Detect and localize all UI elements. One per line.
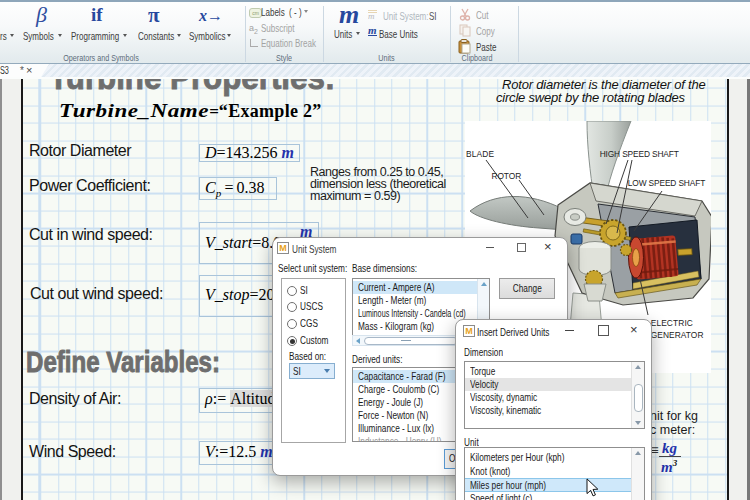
svg-text:ROTOR: ROTOR <box>491 171 521 182</box>
svg-text:LOW SPEED SHAFT: LOW SPEED SHAFT <box>628 178 706 189</box>
svg-text:GENERATOR: GENERATOR <box>651 330 704 341</box>
svg-text:HIGH SPEED SHAFT: HIGH SPEED SHAFT <box>600 149 680 160</box>
svg-text:ELECTRIC: ELECTRIC <box>651 318 694 329</box>
svg-text:BLADE: BLADE <box>466 149 494 160</box>
